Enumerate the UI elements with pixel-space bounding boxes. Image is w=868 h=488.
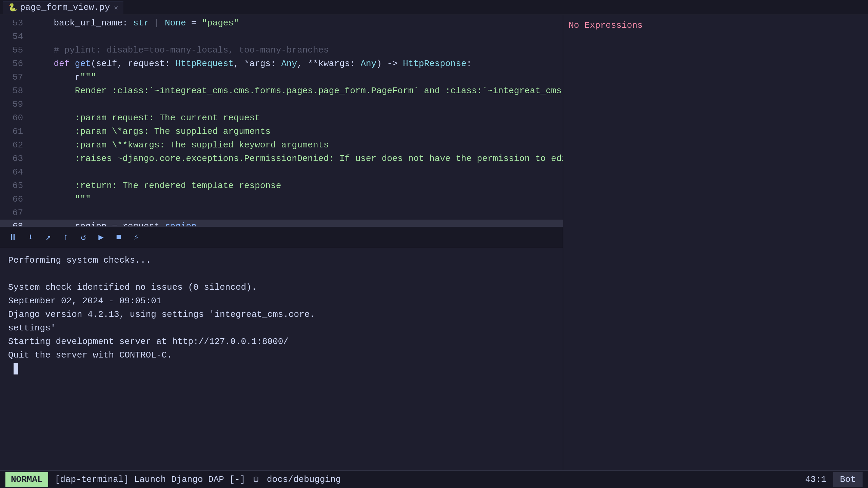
line-num-64: 64 (0, 165, 23, 179)
pause-button[interactable]: ⏸ (5, 230, 20, 245)
code-line-58: Render :class:`~integreat_cms.cms.forms.… (27, 84, 563, 98)
close-icon[interactable]: ✕ (114, 3, 118, 12)
terminal-line-5: settings' (8, 321, 555, 335)
code-line-67 (27, 206, 563, 220)
line-numbers: 53 54 55 56 57 58 59 60 61 62 63 64 65 6… (0, 15, 27, 226)
terminal-line-blank1 (8, 267, 555, 281)
status-bar: NORMAL [dap-terminal] Launch Django DAP … (0, 470, 868, 488)
terminal-line-cursor (8, 362, 555, 375)
line-num-66: 66 (0, 192, 23, 206)
line-num-60: 60 (0, 111, 23, 125)
line-num-62: 62 (0, 138, 23, 152)
status-bot: Bot (833, 472, 863, 487)
code-line-61: :param \*args: The supplied arguments (27, 125, 563, 138)
line-num-65: 65 (0, 179, 23, 192)
terminal-line-2: System check identified no issues (0 sil… (8, 281, 555, 294)
status-path: docs/debugging (263, 472, 345, 487)
python-icon: 🐍 (8, 3, 17, 12)
terminal-line-4: Django version 4.2.13, using settings 'i… (8, 308, 555, 321)
line-num-53: 53 (0, 16, 23, 30)
tab-bar: 🐍 page_form_view.py ✕ (0, 0, 868, 15)
line-num-58: 58 (0, 84, 23, 98)
code-line-64 (27, 165, 563, 179)
right-panel: No Expressions (563, 15, 868, 470)
terminal-line-7: Quit the server with CONTROL-C. (8, 348, 555, 362)
terminal-line-1: Performing system checks... (8, 253, 555, 267)
code-line-63: :raises ~django.core.exceptions.Permissi… (27, 152, 563, 165)
line-num-56: 56 (0, 57, 23, 70)
line-num-67: 67 (0, 206, 23, 220)
terminal-line-3: September 02, 2024 - 09:05:01 (8, 294, 555, 308)
status-position: 43:1 (801, 474, 830, 485)
step-out-button[interactable]: ↑ (58, 230, 73, 245)
status-mode: NORMAL (5, 472, 48, 487)
tab-filename: page_form_view.py (20, 2, 110, 13)
code-content: back_url_name: str | None = "pages" # py… (27, 15, 563, 226)
code-line-65: :return: The rendered template response (27, 179, 563, 192)
status-left: NORMAL [dap-terminal] Launch Django DAP … (5, 472, 345, 487)
stop-button[interactable]: ■ (111, 230, 126, 245)
status-terminal-label: [dap-terminal] Launch Django DAP [-] (51, 472, 250, 487)
left-panel: 53 54 55 56 57 58 59 60 61 62 63 64 65 6… (0, 15, 563, 470)
debug-bar: ⏸ ⬇ ↗ ↑ ↺ ▶ ■ ⚡ (0, 226, 563, 248)
step-into-button[interactable]: ↗ (41, 230, 56, 245)
code-line-68: region = request.region (27, 220, 563, 226)
terminal-area: Performing system checks... System check… (0, 248, 563, 470)
code-line-62: :param \**kwargs: The supplied keyword a… (27, 138, 563, 152)
line-num-57: 57 (0, 70, 23, 84)
terminal-line-6: Starting development server at http://12… (8, 335, 555, 348)
code-split: 53 54 55 56 57 58 59 60 61 62 63 64 65 6… (0, 15, 868, 470)
code-editor: 53 54 55 56 57 58 59 60 61 62 63 64 65 6… (0, 15, 563, 226)
code-line-57: r""" (27, 70, 563, 84)
code-line-55: # pylint: disable=too-many-locals, too-m… (27, 43, 563, 57)
restart-button[interactable]: ↺ (76, 230, 91, 245)
line-num-59: 59 (0, 98, 23, 111)
no-expressions: No Expressions (563, 15, 868, 470)
step-over-button[interactable]: ⬇ (23, 230, 38, 245)
disconnect-button[interactable]: ⚡ (129, 230, 144, 245)
code-line-60: :param request: The current request (27, 111, 563, 125)
line-num-63: 63 (0, 152, 23, 165)
code-line-54 (27, 30, 563, 43)
code-line-66: """ (27, 192, 563, 206)
status-right: 43:1 Bot (801, 472, 863, 487)
continue-button[interactable]: ▶ (94, 230, 108, 245)
code-line-56: def get(self, request: HttpRequest, *arg… (27, 57, 563, 70)
line-num-61: 61 (0, 125, 23, 138)
code-line-53: back_url_name: str | None = "pages" (27, 16, 563, 30)
cursor-block (14, 363, 18, 374)
status-shell-icon: ψ (249, 472, 263, 487)
editor-container: 🐍 page_form_view.py ✕ 53 54 55 56 57 58 … (0, 0, 868, 488)
line-num-68-current: 68 (0, 220, 27, 226)
tab-page-form-view[interactable]: 🐍 page_form_view.py ✕ (3, 1, 123, 14)
line-num-55: 55 (0, 43, 23, 57)
code-line-59 (27, 98, 563, 111)
line-num-54: 54 (0, 30, 23, 43)
